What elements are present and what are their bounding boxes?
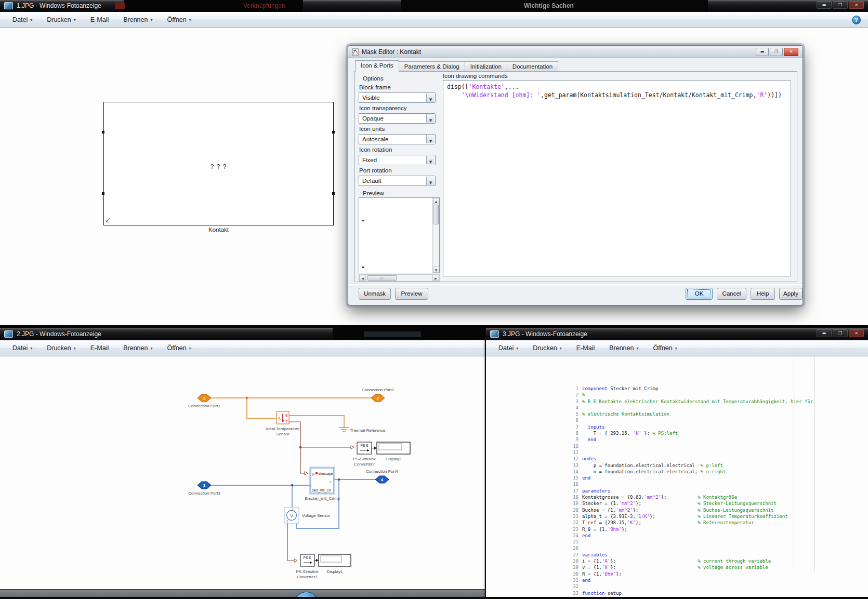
- tab-initialization[interactable]: Initialization: [465, 61, 507, 72]
- window-titlebar[interactable]: 2.JPG - Windows-Fotoanzeige: [0, 328, 486, 340]
- unmask-button[interactable]: Unmask: [359, 288, 391, 300]
- dialog-close-button[interactable]: ✕: [784, 48, 798, 56]
- dialog-minimize-button[interactable]: ▬: [756, 48, 769, 56]
- dropdown-icon-rotation[interactable]: Fixed▼: [359, 155, 436, 165]
- chevron-down-icon[interactable]: ▼: [426, 135, 435, 143]
- line-number: 20: [570, 507, 578, 513]
- menu-brennen[interactable]: Brennen▾: [118, 14, 157, 25]
- preview-horizontal-scrollbar[interactable]: ◀ ||| ▶: [359, 274, 440, 282]
- code-line: 24end: [570, 533, 815, 539]
- svg-text:2: 2: [377, 396, 379, 401]
- menu-oeffnen[interactable]: Öffnen▾: [162, 342, 196, 354]
- maximize-button[interactable]: ❐: [833, 1, 848, 9]
- svg-text:cker_mit_Cri: cker_mit_Cri: [312, 488, 331, 492]
- menu-email[interactable]: E-Mail: [85, 14, 114, 25]
- block-icon-text: ? ? ?: [104, 163, 333, 170]
- selection-handle: [102, 192, 104, 195]
- menu-drucken[interactable]: Drucken▾: [528, 342, 567, 354]
- line-number: 31: [570, 577, 578, 583]
- button-row-divider: [348, 284, 803, 284]
- menu-oeffnen[interactable]: Öffnen▾: [648, 342, 682, 354]
- chevron-down-icon[interactable]: ▼: [426, 156, 435, 164]
- menu-drucken[interactable]: Drucken▾: [42, 14, 81, 25]
- dropdown-icon-transparency[interactable]: Opaque▼: [359, 113, 436, 124]
- options-group-label: Options: [363, 75, 384, 82]
- line-number: 13: [570, 462, 578, 469]
- maximize-button[interactable]: ❐: [833, 329, 848, 337]
- icon-drawing-commands-editor[interactable]: disp(['Kontakte',... '\nWiderstand [ohm]…: [443, 80, 791, 276]
- svg-text:1: 1: [203, 396, 206, 401]
- menu-oeffnen[interactable]: Öffnen▾: [162, 14, 196, 25]
- selection-handle: [102, 131, 104, 134]
- code-line: 29v = {1,'V'}; % voltage across variable: [570, 564, 815, 570]
- close-button[interactable]: ✕: [849, 329, 864, 337]
- mask-editor-icon: [352, 48, 359, 56]
- ok-button[interactable]: OK: [686, 288, 713, 300]
- svg-text:A: A: [278, 417, 281, 420]
- code-line: 13 p = foundation.electrical.electrical …: [570, 462, 815, 469]
- window-titlebar[interactable]: 3.JPG - Windows-Fotoanzeige ▬ ❐ ✕: [486, 328, 868, 340]
- chevron-down-icon[interactable]: ▼: [426, 94, 435, 102]
- menu-brennen[interactable]: Brennen▾: [604, 342, 643, 354]
- photo-viewer-icon: [4, 2, 13, 9]
- preview-vertical-scrollbar[interactable]: ▲ ▼: [432, 198, 439, 273]
- code-line: 7 inputs: [570, 424, 815, 430]
- tab-icon-and-ports[interactable]: Icon & Ports: [355, 60, 399, 72]
- chevron-down-icon[interactable]: ▼: [426, 177, 435, 185]
- code-line: 20Buchse = {1,'mm^2'}; % Buchse-Leitungs…: [570, 507, 815, 513]
- tab-parameters-and-dialog[interactable]: Parameters & Dialog: [399, 61, 465, 72]
- dialog-maximize-button[interactable]: ❐: [770, 48, 783, 56]
- dialog-titlebar[interactable]: Mask Editor : Kontakt ▬ ❐ ✕: [348, 46, 803, 58]
- help-icon[interactable]: ?: [852, 16, 861, 24]
- menu-email[interactable]: E-Mail: [571, 342, 600, 354]
- dropdown-value: Opaque: [362, 115, 384, 122]
- scroll-left-icon[interactable]: ◀: [359, 275, 366, 281]
- line-number: 12: [570, 456, 578, 462]
- svg-text:4: 4: [381, 477, 384, 482]
- photo-content: 1 Connection Port1 2 Connection Port2 A …: [0, 356, 486, 599]
- menu-datei[interactable]: Datei▾: [493, 342, 523, 354]
- line-number: 2: [570, 392, 578, 398]
- menu-email[interactable]: E-Mail: [85, 342, 114, 354]
- menu-brennen[interactable]: Brennen▾: [118, 342, 157, 354]
- code-line: 26: [570, 545, 815, 551]
- menu-datei[interactable]: Datei▾: [7, 14, 37, 25]
- chevron-down-icon: ▾: [516, 346, 518, 351]
- help-button[interactable]: Help: [751, 288, 775, 300]
- dropdown-icon-units[interactable]: Autoscale▼: [359, 134, 436, 144]
- background-window-fragment: [364, 331, 421, 337]
- dropdown-block-frame[interactable]: Visible▼: [359, 92, 436, 103]
- svg-text:B: B: [285, 414, 288, 417]
- chevron-down-icon: ▾: [675, 346, 677, 351]
- code-line: 25: [570, 539, 815, 545]
- scroll-down-icon[interactable]: ▼: [433, 267, 439, 273]
- minimize-button[interactable]: ▬: [817, 1, 832, 9]
- background-window-fragment: [115, 3, 125, 9]
- selection-handle: [332, 131, 335, 134]
- scroll-up-icon[interactable]: ▲: [433, 198, 439, 204]
- line-number: 19: [570, 500, 578, 507]
- cancel-button[interactable]: Cancel: [717, 288, 746, 300]
- code-line: 15end: [570, 475, 815, 481]
- preview-port-mark: [362, 220, 364, 221]
- chevron-down-icon: ▾: [74, 346, 76, 351]
- menu-drucken[interactable]: Drucken▾: [42, 342, 81, 354]
- scrollbar-thumb[interactable]: |||: [367, 275, 397, 281]
- tab-documentation[interactable]: Documentation: [507, 61, 558, 72]
- window-divider: [485, 328, 486, 599]
- preview-port-mark: [362, 267, 364, 268]
- minimize-button[interactable]: ▬: [817, 329, 832, 337]
- menu-datei[interactable]: Datei▾: [7, 342, 37, 354]
- scrollbar-thumb[interactable]: [433, 205, 439, 224]
- dropdown-port-rotation[interactable]: Default▼: [359, 176, 436, 186]
- scroll-right-icon[interactable]: ▶: [432, 275, 439, 281]
- preview-button[interactable]: Preview: [395, 288, 428, 300]
- apply-button[interactable]: Apply: [779, 288, 803, 300]
- window-titlebar[interactable]: Verknüpfungen Wichtige Sachen 1.JPG - Wi…: [0, 0, 868, 12]
- temp-sensor-label: Ideal Temperature: [266, 427, 300, 431]
- svg-text:n: n: [330, 480, 332, 484]
- svg-text:3: 3: [203, 483, 206, 488]
- chevron-down-icon[interactable]: ▼: [426, 114, 435, 123]
- close-button[interactable]: ✕: [849, 1, 864, 9]
- background-window-title: Verknüpfungen: [243, 2, 285, 9]
